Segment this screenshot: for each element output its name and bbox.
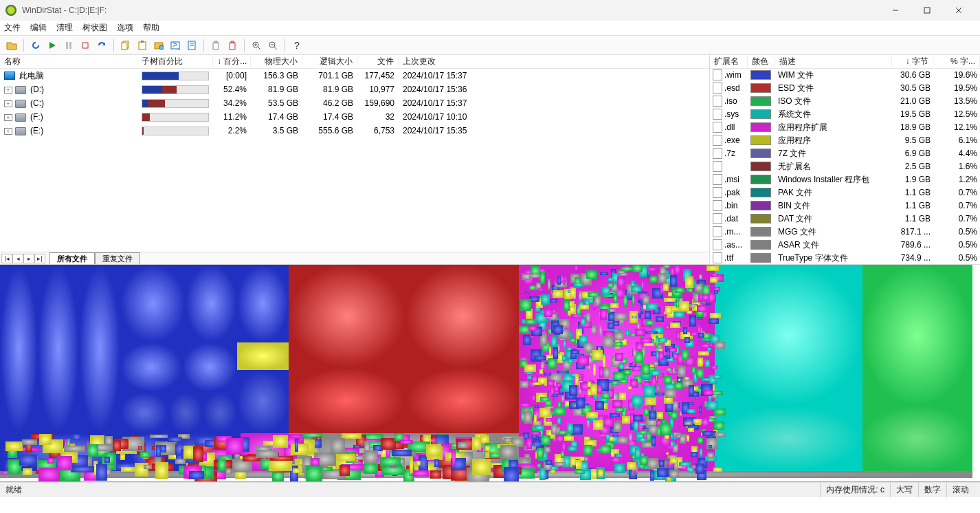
tab-prev-icon[interactable]: ◂ (12, 254, 23, 263)
treemap-block[interactable] (710, 313, 721, 319)
treemap-block[interactable] (584, 395, 593, 398)
treemap-block[interactable] (412, 470, 430, 477)
treemap-block[interactable] (590, 384, 597, 395)
col-pct[interactable]: ↓ 百分... (213, 56, 251, 67)
treemap-block[interactable] (289, 368, 405, 433)
refresh2-icon[interactable] (94, 38, 109, 53)
treemap-block[interactable] (22, 439, 37, 445)
treemap-block[interactable] (120, 342, 182, 392)
treemap-block[interactable] (570, 287, 575, 298)
treemap-block[interactable] (691, 452, 698, 457)
treemap-block[interactable] (597, 385, 603, 394)
treemap-block[interactable] (434, 459, 439, 467)
treemap-block[interactable] (273, 435, 288, 448)
treemap-block[interactable] (19, 455, 37, 466)
treemap-block[interactable] (621, 267, 633, 271)
tree-rows[interactable]: 此电脑[0:00]156.3 GB701.1 GB177,4522024/10/… (0, 69, 709, 138)
treemap-block[interactable] (673, 312, 684, 318)
properties-icon[interactable] (184, 38, 199, 53)
treemap-block[interactable] (600, 272, 608, 275)
treemap-block[interactable] (673, 367, 676, 374)
treemap-block[interactable] (687, 435, 689, 441)
ext-row[interactable]: .sys系统文件19.5 GB12.5% (710, 108, 980, 121)
col-subtree[interactable]: 子树百分比 (137, 56, 213, 67)
treemap-block[interactable] (575, 374, 579, 385)
treemap-block[interactable] (472, 459, 491, 475)
treemap-block[interactable] (641, 279, 645, 292)
treemap-block[interactable] (713, 375, 721, 379)
treemap-block[interactable] (669, 470, 678, 478)
treemap-block[interactable] (168, 392, 203, 433)
treemap-block[interactable] (671, 412, 678, 419)
treemap-block[interactable] (676, 331, 680, 340)
tree-row[interactable]: +(D:)52.4%81.9 GB81.9 GB10,9772024/10/17… (0, 83, 709, 96)
treemap-block[interactable] (568, 290, 570, 292)
treemap-block[interactable] (520, 403, 531, 407)
treemap-block[interactable] (683, 327, 687, 334)
treemap-block[interactable] (23, 468, 32, 475)
treemap-block[interactable] (311, 458, 319, 466)
treemap-block[interactable] (714, 422, 724, 430)
treemap-block[interactable] (688, 428, 694, 432)
treemap-block[interactable] (609, 437, 613, 441)
tab-last-icon[interactable]: ▸| (34, 254, 45, 263)
treemap-block[interactable] (599, 445, 611, 454)
treemap-block[interactable] (635, 329, 645, 336)
treemap-block[interactable] (629, 433, 632, 441)
treemap-block[interactable] (706, 265, 719, 272)
treemap-block[interactable] (182, 342, 237, 392)
col-lastmod[interactable]: 上次更改 (399, 56, 709, 67)
ext-row[interactable]: .ttfTrueType 字体文件734.9 ...0.5% (710, 252, 980, 264)
treemap-block[interactable] (539, 288, 543, 290)
treemap-block[interactable] (658, 338, 667, 342)
treemap-block[interactable] (546, 418, 552, 421)
treemap-block[interactable] (647, 268, 658, 271)
treemap-block[interactable] (699, 406, 702, 413)
minimize-button[interactable] (880, 0, 911, 21)
treemap-block[interactable] (452, 449, 455, 466)
treemap-block[interactable] (689, 385, 694, 396)
treemap-block[interactable] (535, 425, 545, 430)
treemap-block[interactable] (549, 347, 551, 356)
treemap-block[interactable] (405, 368, 519, 433)
treemap-block[interactable] (862, 265, 972, 406)
treemap-block[interactable] (553, 325, 563, 335)
treemap-block[interactable] (619, 393, 626, 400)
treemap-block[interactable] (626, 330, 628, 336)
treemap-block[interactable] (546, 460, 552, 465)
treemap-block[interactable] (237, 342, 289, 370)
col-name[interactable]: 名称 (0, 56, 137, 67)
treemap-block[interactable] (575, 265, 578, 271)
treemap-block[interactable] (715, 406, 862, 471)
treemap-block[interactable] (237, 265, 289, 342)
treemap-block[interactable] (639, 430, 647, 435)
treemap-block[interactable] (570, 338, 577, 342)
treemap-block[interactable] (293, 468, 300, 472)
treemap-block[interactable] (225, 468, 232, 474)
treemap-block[interactable] (682, 350, 689, 360)
ext-row[interactable]: .binBIN 文件1.1 GB0.7% (710, 199, 980, 212)
tab-first-icon[interactable]: |◂ (1, 254, 12, 263)
treemap-block[interactable] (553, 290, 564, 298)
treemap-block[interactable] (599, 325, 602, 336)
tree-row[interactable]: +(C:)34.2%53.5 GB46.2 GB159,6902024/10/1… (0, 96, 709, 110)
treemap-block[interactable] (698, 333, 704, 338)
treemap-block[interactable] (586, 313, 590, 322)
treemap-block[interactable] (339, 465, 350, 477)
treemap-block[interactable] (485, 446, 490, 451)
treemap-block[interactable] (602, 287, 611, 295)
treemap-block[interactable] (520, 299, 531, 310)
treemap-block[interactable] (568, 360, 573, 362)
treemap-block[interactable] (540, 272, 544, 284)
play-icon[interactable] (45, 38, 60, 53)
treemap-block[interactable] (525, 292, 528, 294)
tab-next-icon[interactable]: ▸ (23, 254, 34, 263)
treemap-block[interactable] (639, 437, 646, 442)
treemap-block[interactable] (586, 270, 597, 279)
treemap-block[interactable] (623, 295, 627, 307)
treemap-block[interactable] (632, 286, 641, 292)
treemap-block[interactable] (539, 408, 550, 418)
treemap-block[interactable] (306, 466, 322, 481)
treemap-block[interactable] (120, 265, 186, 342)
treemap-block[interactable] (644, 343, 654, 346)
